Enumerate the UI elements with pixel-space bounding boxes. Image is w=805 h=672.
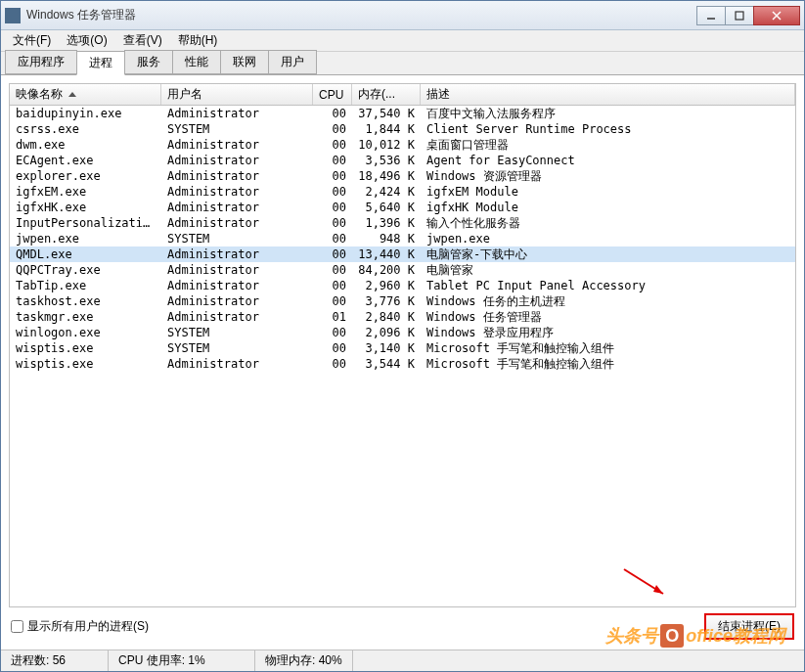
cell-memory: 3,544 K bbox=[352, 356, 421, 372]
cell-user: SYSTEM bbox=[161, 325, 313, 340]
cell-description: 输入个性化服务器 bbox=[421, 215, 795, 231]
cell-memory: 2,840 K bbox=[352, 309, 421, 325]
cell-cpu: 00 bbox=[313, 246, 352, 262]
cell-user: Administrator bbox=[161, 184, 313, 200]
cell-name: winlogon.exe bbox=[10, 325, 161, 340]
tab-services[interactable]: 服务 bbox=[124, 50, 173, 74]
cell-cpu: 01 bbox=[313, 309, 352, 325]
table-row[interactable]: wisptis.exeSYSTEM003,140 KMicrosoft 手写笔和… bbox=[10, 340, 795, 356]
table-row[interactable]: winlogon.exeSYSTEM002,096 KWindows 登录应用程… bbox=[10, 325, 795, 340]
column-header-memory[interactable]: 内存(... bbox=[352, 84, 421, 105]
menu-help[interactable]: 帮助(H) bbox=[170, 30, 226, 51]
minimize-button[interactable] bbox=[696, 6, 726, 25]
process-table: 映像名称 用户名 CPU 内存(... 描述 baidupinyin.exeAd… bbox=[9, 83, 796, 607]
show-all-users-row[interactable]: 显示所有用户的进程(S) bbox=[11, 618, 149, 635]
maximize-button[interactable] bbox=[725, 6, 754, 25]
cell-name: ECAgent.exe bbox=[10, 153, 161, 168]
column-header-user[interactable]: 用户名 bbox=[161, 84, 313, 105]
table-row[interactable]: QMDL.exeAdministrator0013,440 K电脑管家-下载中心 bbox=[10, 246, 795, 262]
tab-processes[interactable]: 进程 bbox=[76, 51, 125, 75]
table-row[interactable]: ECAgent.exeAdministrator003,536 KAgent f… bbox=[10, 153, 795, 168]
cell-cpu: 00 bbox=[313, 106, 352, 121]
cell-name: wisptis.exe bbox=[10, 340, 161, 356]
cell-description: 电脑管家 bbox=[421, 262, 795, 278]
status-cpu-usage: CPU 使用率: 1% bbox=[109, 650, 255, 671]
cell-user: Administrator bbox=[161, 137, 313, 153]
cell-memory: 3,536 K bbox=[352, 153, 421, 168]
cell-cpu: 00 bbox=[313, 215, 352, 231]
menu-file[interactable]: 文件(F) bbox=[5, 30, 59, 51]
show-all-users-checkbox[interactable] bbox=[11, 620, 23, 633]
table-row[interactable]: TabTip.exeAdministrator002,960 KTablet P… bbox=[10, 278, 795, 293]
cell-description: Windows 任务的主机进程 bbox=[421, 293, 795, 309]
cell-description: igfxEM Module bbox=[421, 184, 795, 200]
cell-memory: 948 K bbox=[352, 231, 421, 246]
table-row[interactable]: jwpen.exeSYSTEM00948 Kjwpen.exe bbox=[10, 231, 795, 246]
tab-network[interactable]: 联网 bbox=[220, 50, 269, 74]
menu-view[interactable]: 查看(V) bbox=[115, 30, 170, 51]
table-body[interactable]: baidupinyin.exeAdministrator0037,540 K百度… bbox=[10, 106, 795, 606]
column-header-name[interactable]: 映像名称 bbox=[10, 84, 161, 105]
cell-cpu: 00 bbox=[313, 262, 352, 278]
cell-memory: 1,396 K bbox=[352, 215, 421, 231]
statusbar: 进程数: 56 CPU 使用率: 1% 物理内存: 40% bbox=[1, 650, 804, 671]
table-row[interactable]: explorer.exeAdministrator0018,496 KWindo… bbox=[10, 168, 795, 184]
table-row[interactable]: wisptis.exeAdministrator003,544 KMicroso… bbox=[10, 356, 795, 372]
cell-cpu: 00 bbox=[313, 356, 352, 372]
column-header-cpu[interactable]: CPU bbox=[313, 84, 352, 105]
cell-name: QMDL.exe bbox=[10, 246, 161, 262]
table-row[interactable]: QQPCTray.exeAdministrator0084,200 K电脑管家 bbox=[10, 262, 795, 278]
cell-memory: 2,096 K bbox=[352, 325, 421, 340]
cell-memory: 1,844 K bbox=[352, 121, 421, 137]
cell-cpu: 00 bbox=[313, 200, 352, 215]
cell-name: baidupinyin.exe bbox=[10, 106, 161, 121]
window-controls bbox=[697, 6, 800, 25]
cell-name: QQPCTray.exe bbox=[10, 262, 161, 278]
cell-description: 百度中文输入法服务程序 bbox=[421, 106, 795, 121]
cell-memory: 5,640 K bbox=[352, 200, 421, 215]
cell-name: explorer.exe bbox=[10, 168, 161, 184]
cell-memory: 3,776 K bbox=[352, 293, 421, 309]
close-button[interactable] bbox=[753, 6, 800, 25]
table-row[interactable]: csrss.exeSYSTEM001,844 KClient Server Ru… bbox=[10, 121, 795, 137]
cell-name: InputPersonalization... bbox=[10, 215, 161, 231]
cell-cpu: 00 bbox=[313, 231, 352, 246]
cell-cpu: 00 bbox=[313, 137, 352, 153]
cell-name: igfxHK.exe bbox=[10, 200, 161, 215]
end-process-button[interactable]: 结束进程(E) bbox=[704, 613, 794, 640]
table-row[interactable]: dwm.exeAdministrator0010,012 K桌面窗口管理器 bbox=[10, 137, 795, 153]
cell-user: Administrator bbox=[161, 168, 313, 184]
app-icon bbox=[5, 8, 21, 23]
cell-user: Administrator bbox=[161, 356, 313, 372]
tab-applications[interactable]: 应用程序 bbox=[5, 50, 77, 74]
cell-user: Administrator bbox=[161, 293, 313, 309]
cell-user: SYSTEM bbox=[161, 121, 313, 137]
table-row[interactable]: InputPersonalization...Administrator001,… bbox=[10, 215, 795, 231]
show-all-users-label: 显示所有用户的进程(S) bbox=[27, 618, 149, 635]
status-memory-usage: 物理内存: 40% bbox=[255, 650, 353, 671]
cell-cpu: 00 bbox=[313, 340, 352, 356]
tab-users[interactable]: 用户 bbox=[268, 50, 317, 74]
cell-memory: 37,540 K bbox=[352, 106, 421, 121]
cell-memory: 18,496 K bbox=[352, 168, 421, 184]
cell-memory: 2,424 K bbox=[352, 184, 421, 200]
table-row[interactable]: igfxEM.exeAdministrator002,424 KigfxEM M… bbox=[10, 184, 795, 200]
svg-rect-1 bbox=[736, 12, 743, 20]
cell-user: Administrator bbox=[161, 153, 313, 168]
cell-description: Windows 资源管理器 bbox=[421, 168, 795, 184]
table-row[interactable]: igfxHK.exeAdministrator005,640 KigfxHK M… bbox=[10, 200, 795, 215]
content-area: 映像名称 用户名 CPU 内存(... 描述 baidupinyin.exeAd… bbox=[1, 75, 804, 650]
table-row[interactable]: taskhost.exeAdministrator003,776 KWindow… bbox=[10, 293, 795, 309]
bottom-controls: 显示所有用户的进程(S) 结束进程(E) bbox=[9, 607, 796, 642]
tab-performance[interactable]: 性能 bbox=[172, 50, 221, 74]
column-header-description[interactable]: 描述 bbox=[421, 84, 795, 105]
cell-description: Windows 任务管理器 bbox=[421, 309, 795, 325]
table-row[interactable]: baidupinyin.exeAdministrator0037,540 K百度… bbox=[10, 106, 795, 121]
cell-description: 电脑管家-下载中心 bbox=[421, 246, 795, 262]
titlebar[interactable]: Windows 任务管理器 bbox=[1, 1, 804, 30]
table-row[interactable]: taskmgr.exeAdministrator012,840 KWindows… bbox=[10, 309, 795, 325]
cell-description: 桌面窗口管理器 bbox=[421, 137, 795, 153]
menu-options[interactable]: 选项(O) bbox=[59, 30, 114, 51]
cell-description: Client Server Runtime Process bbox=[421, 121, 795, 137]
cell-memory: 13,440 K bbox=[352, 246, 421, 262]
